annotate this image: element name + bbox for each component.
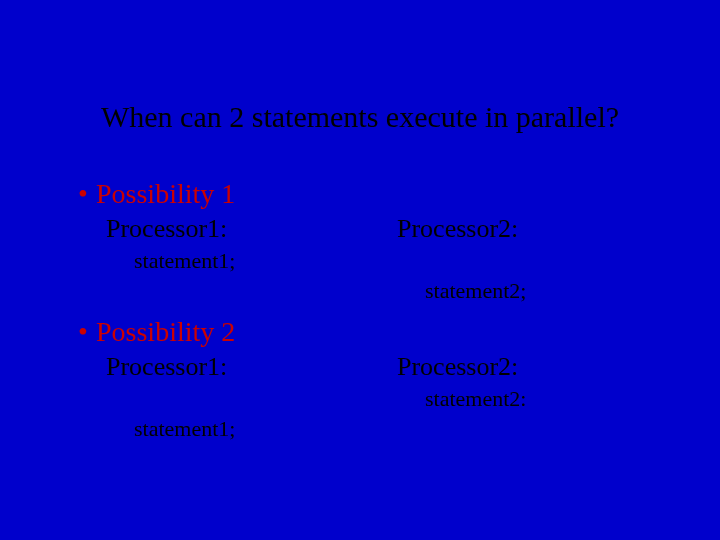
slide-title: When can 2 statements execute in paralle… xyxy=(0,100,720,134)
bullet-text: Possibility 2 xyxy=(96,316,235,347)
p1-stmt-right: statement2; xyxy=(369,278,660,304)
row-p1-stmt-right: statement2; xyxy=(78,276,660,304)
p2-stmt-right: statement2: xyxy=(369,386,660,412)
row-p1-stmt-left: statement1; xyxy=(78,246,660,274)
p1-stmt-left: statement1; xyxy=(78,248,369,274)
bullet-dot-icon: • xyxy=(78,178,96,210)
bullet-possibility-1: •Possibility 1 xyxy=(78,178,660,210)
p1-proc-left: Processor1: xyxy=(78,214,369,244)
p2-stmt-left: statement1; xyxy=(78,416,369,442)
row-p1-proc: Processor1: Processor2: xyxy=(78,214,660,244)
p2-proc-right: Processor2: xyxy=(369,352,660,382)
row-p2-stmt-left: statement1; xyxy=(78,414,660,442)
p2-proc-left: Processor1: xyxy=(78,352,369,382)
bullet-dot-icon: • xyxy=(78,316,96,348)
bullet-possibility-2: •Possibility 2 xyxy=(78,316,660,348)
slide: When can 2 statements execute in paralle… xyxy=(0,0,720,540)
row-p2-proc: Processor1: Processor2: xyxy=(78,352,660,382)
bullet-text: Possibility 1 xyxy=(96,178,235,209)
slide-body: •Possibility 1 Processor1: Processor2: s… xyxy=(78,178,660,442)
p1-proc-right: Processor2: xyxy=(369,214,660,244)
row-p2-stmt-right: statement2: xyxy=(78,384,660,412)
